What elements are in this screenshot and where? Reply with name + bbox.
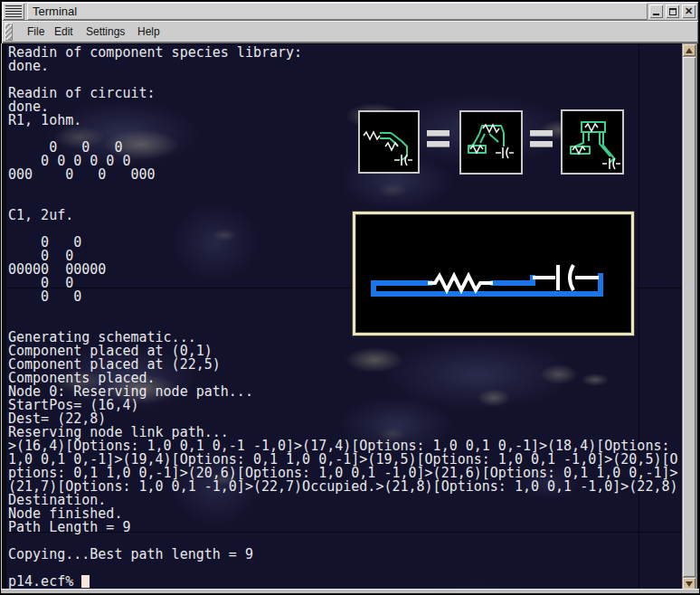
terminal-window: Terminal ✕ File Edit Settings Help Readi…	[0, 0, 700, 595]
window-menu-button[interactable]	[3, 3, 24, 20]
terminal-screen[interactable]: Readin of component species library: don…	[5, 43, 682, 590]
scroll-up-icon	[686, 48, 693, 53]
window-title: Terminal	[33, 5, 77, 18]
window-titlebar[interactable]: Terminal ✕	[2, 2, 698, 21]
menu-bar: File Edit Settings Help	[2, 21, 698, 43]
menu-settings[interactable]: Settings	[80, 24, 130, 40]
species-orientation-3-image	[563, 111, 622, 173]
schematic-preview-box	[353, 212, 634, 335]
scroll-up-button[interactable]	[683, 44, 695, 56]
menu-help[interactable]: Help	[132, 24, 166, 40]
titlebar-panel[interactable]: Terminal	[27, 3, 648, 20]
scroll-down-icon	[686, 581, 693, 587]
minimize-icon	[653, 14, 659, 15]
window-menu-lines-icon	[5, 5, 22, 17]
window-frame-bottom[interactable]	[1, 589, 700, 594]
resistor-symbol	[428, 276, 493, 290]
capacitor-plate-right	[570, 265, 573, 290]
menu-edit[interactable]: Edit	[49, 24, 79, 40]
menubar-grip-handle[interactable]	[5, 23, 13, 41]
text-cursor[interactable]	[81, 575, 90, 588]
species-orientation-1-image	[360, 112, 418, 172]
maximize-button[interactable]	[666, 5, 679, 18]
window-frame-left	[1, 43, 5, 589]
scrollbar[interactable]	[682, 43, 697, 590]
close-button[interactable]: ✕	[682, 5, 695, 18]
menu-file[interactable]: File	[22, 24, 50, 40]
species-orientation-2-image	[461, 112, 521, 173]
species-box-2	[459, 110, 523, 175]
close-icon: ✕	[685, 6, 693, 16]
equals-icon	[427, 130, 450, 150]
shell-prompt: p14.ecf%	[8, 573, 81, 590]
prompt-line: p14.ecf%	[8, 575, 90, 589]
minimize-button[interactable]	[649, 5, 663, 18]
species-box-1	[358, 110, 420, 174]
species-box-3	[561, 109, 624, 175]
maximize-icon	[669, 8, 676, 15]
equals-icon	[530, 130, 553, 150]
schematic-circuit-image	[355, 214, 629, 331]
scrollbar-thumb[interactable]	[683, 57, 695, 577]
titlebar-buttons: ✕	[649, 2, 698, 21]
